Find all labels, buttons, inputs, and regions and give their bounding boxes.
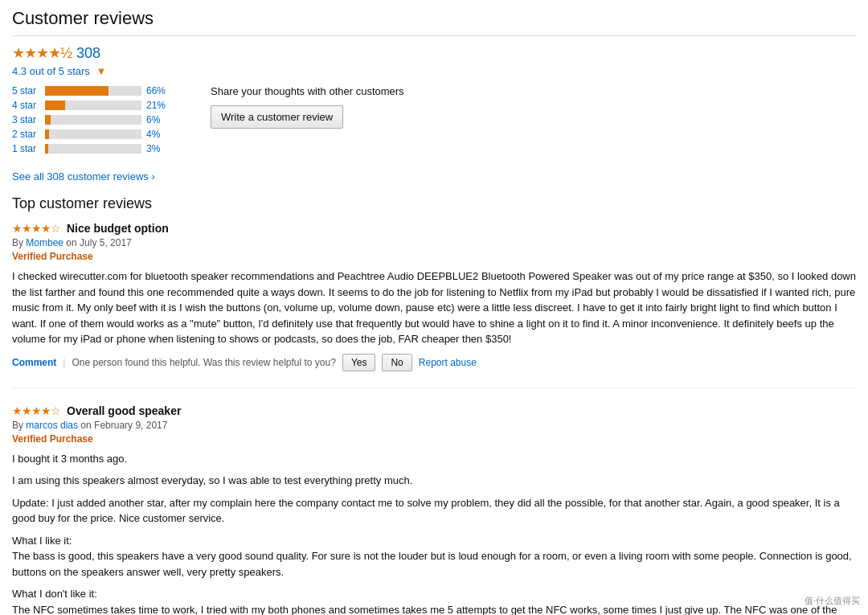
helpful-no-button[interactable]: No xyxy=(382,354,411,371)
bar-fill xyxy=(45,129,49,139)
overall-rating-label[interactable]: 4.3 out of 5 stars ▼ xyxy=(12,65,856,77)
review-author[interactable]: marcos dias xyxy=(26,420,78,431)
verified-badge: Verified Purchase xyxy=(12,433,856,445)
reviews-list: ★★★★☆ Nice budget option By Mombee on Ju… xyxy=(12,222,856,615)
review-item: ★★★★☆ Overall good speaker By marcos dia… xyxy=(12,404,856,616)
rating-breakdown-section: 5 star 66% 4 star 21% 3 star 6% 2 star 4… xyxy=(12,85,856,158)
review-author[interactable]: Mombee xyxy=(26,237,63,248)
bar-fill xyxy=(45,144,48,154)
bar-track xyxy=(45,115,141,125)
verified-badge: Verified Purchase xyxy=(12,251,856,262)
bar-label[interactable]: 1 star xyxy=(12,143,40,154)
rating-bar-row[interactable]: 1 star 3% xyxy=(12,143,170,154)
rating-bar-row[interactable]: 3 star 6% xyxy=(12,114,170,125)
share-section: Share your thoughts with other customers… xyxy=(194,85,856,158)
review-body: I bought it 3 months ago.I am using this… xyxy=(12,451,856,616)
watermark: 值·什么值得买 xyxy=(805,595,860,607)
rating-bars: 5 star 66% 4 star 21% 3 star 6% 2 star 4… xyxy=(12,85,170,158)
overall-stars: ★★★★½ xyxy=(12,44,72,62)
review-date: July 5, 2017 xyxy=(80,237,132,248)
review-header: ★★★★☆ Overall good speaker xyxy=(12,404,856,417)
bar-track xyxy=(45,144,141,154)
review-header: ★★★★☆ Nice budget option xyxy=(12,222,856,235)
review-meta: By Mombee on July 5, 2017 xyxy=(12,237,856,248)
bar-label[interactable]: 4 star xyxy=(12,100,40,111)
bar-fill xyxy=(45,86,108,96)
review-title: Nice budget option xyxy=(67,222,169,235)
bar-track xyxy=(45,100,141,110)
review-item: ★★★★☆ Nice budget option By Mombee on Ju… xyxy=(12,222,856,388)
review-stars: ★★★★☆ xyxy=(12,404,60,417)
rating-bar-row[interactable]: 5 star 66% xyxy=(12,85,170,96)
bar-track xyxy=(45,129,141,139)
bar-fill xyxy=(45,115,51,125)
review-stars: ★★★★☆ xyxy=(12,222,60,235)
report-abuse-link[interactable]: Report abuse xyxy=(419,357,477,368)
bar-label[interactable]: 2 star xyxy=(12,129,40,140)
write-review-button[interactable]: Write a customer review xyxy=(211,105,343,129)
helpful-text: One person found this helpful. Was this … xyxy=(72,357,335,368)
review-body: I checked wirecutter.com for bluetooth s… xyxy=(12,269,856,347)
bar-label[interactable]: 5 star xyxy=(12,85,40,96)
bar-pct[interactable]: 3% xyxy=(146,143,170,154)
helpful-yes-button[interactable]: Yes xyxy=(342,354,376,371)
bar-pct[interactable]: 4% xyxy=(146,129,170,140)
total-review-count[interactable]: 308 xyxy=(76,45,100,62)
see-all-link[interactable]: See all 308 customer reviews › xyxy=(12,166,856,182)
page-title: Customer reviews xyxy=(12,8,856,36)
bar-track xyxy=(45,86,141,96)
bar-label[interactable]: 3 star xyxy=(12,114,40,125)
bar-pct[interactable]: 21% xyxy=(146,100,170,111)
rating-bar-row[interactable]: 2 star 4% xyxy=(12,129,170,140)
review-meta: By marcos dias on February 9, 2017 xyxy=(12,420,856,431)
overall-rating-row: ★★★★½ 308 xyxy=(12,44,856,62)
review-date: February 9, 2017 xyxy=(94,420,167,431)
review-title: Overall good speaker xyxy=(67,404,181,417)
rating-bar-row[interactable]: 4 star 21% xyxy=(12,100,170,111)
bar-fill xyxy=(45,100,65,110)
top-reviews-title: Top customer reviews xyxy=(12,195,856,212)
comment-link[interactable]: Comment xyxy=(12,357,56,368)
helpful-row: Comment | One person found this helpful.… xyxy=(12,354,856,371)
bar-pct[interactable]: 66% xyxy=(146,85,170,96)
bar-pct[interactable]: 6% xyxy=(146,114,170,125)
share-text: Share your thoughts with other customers xyxy=(211,85,856,97)
